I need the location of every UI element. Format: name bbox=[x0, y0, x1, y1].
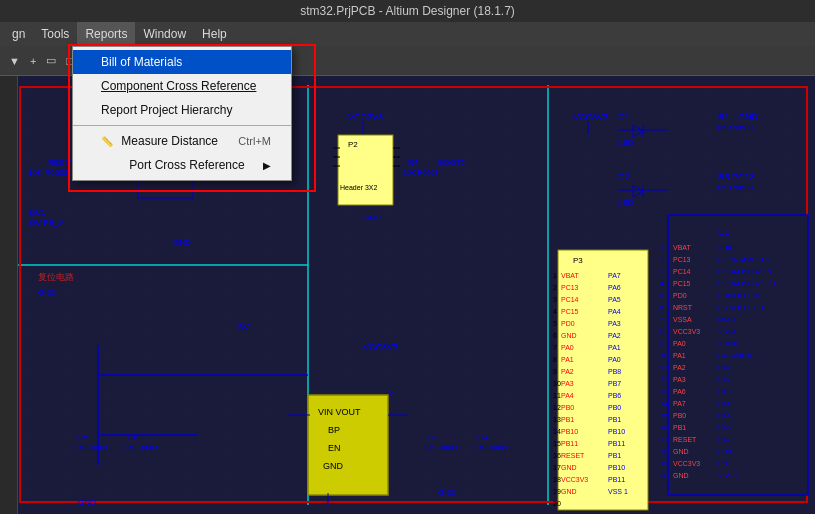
title-bar: stm32.PrjPCB - Altium Designer (18.1.7) bbox=[0, 0, 815, 22]
svg-text:VBAT: VBAT bbox=[673, 244, 691, 251]
svg-text:3: 3 bbox=[553, 296, 557, 303]
svg-text:PD0: PD0 bbox=[561, 320, 575, 327]
svg-text:18: 18 bbox=[660, 448, 668, 455]
svg-text:PA6: PA6 bbox=[718, 424, 731, 431]
svg-text:VCC3V3: VCC3V3 bbox=[673, 328, 700, 335]
menu-item-reports[interactable]: Reports bbox=[77, 22, 135, 46]
svg-text:PA3: PA3 bbox=[561, 380, 574, 387]
svg-text:GND: GND bbox=[673, 448, 689, 455]
toolbar-filter-icon[interactable]: ▼ bbox=[4, 53, 25, 69]
toolbar-plus-icon[interactable]: + bbox=[25, 53, 41, 69]
svg-text:PA2: PA2 bbox=[608, 332, 621, 339]
left-panel bbox=[0, 76, 18, 514]
svg-text:Header 3X2: Header 3X2 bbox=[340, 184, 377, 191]
svg-text:NRST: NRST bbox=[718, 316, 738, 323]
svg-text:PC13: PC13 bbox=[673, 256, 691, 263]
svg-text:PB1: PB1 bbox=[608, 452, 621, 459]
dropdown-item-measure[interactable]: 📏 Measure Distance Ctrl+M bbox=[73, 129, 291, 153]
svg-text:1: 1 bbox=[660, 244, 664, 251]
svg-text:VDDA: VDDA bbox=[718, 340, 738, 347]
svg-text:PB10: PB10 bbox=[561, 428, 578, 435]
svg-text:VSS 1: VSS 1 bbox=[608, 488, 628, 495]
dropdown-item-portcross[interactable]: Port Cross Reference ▶ bbox=[73, 153, 291, 177]
svg-text:PA4: PA4 bbox=[561, 392, 574, 399]
svg-text:19: 19 bbox=[660, 460, 668, 467]
svg-text:SW-PB_V: SW-PB_V bbox=[28, 218, 65, 227]
svg-text:C5: C5 bbox=[78, 433, 89, 442]
svg-text:GND: GND bbox=[561, 488, 577, 495]
svg-text:PD1-OSC_OUT: PD1-OSC_OUT bbox=[718, 304, 769, 312]
svg-text:P3: P3 bbox=[573, 256, 583, 265]
svg-text:GND: GND bbox=[363, 213, 381, 222]
svg-text:20: 20 bbox=[553, 500, 561, 507]
measure-icon: 📏 bbox=[101, 136, 121, 147]
svg-text:12: 12 bbox=[660, 376, 668, 383]
menu-label-window: Window bbox=[143, 27, 186, 41]
svg-text:PA1: PA1 bbox=[561, 356, 574, 363]
svg-text:PA2: PA2 bbox=[718, 376, 731, 383]
svg-text:14: 14 bbox=[553, 428, 561, 435]
svg-text:6: 6 bbox=[553, 332, 557, 339]
svg-text:PA4: PA4 bbox=[608, 308, 621, 315]
svg-text:EN: EN bbox=[328, 443, 341, 453]
svg-text:PC14-OSC32_IN: PC14-OSC32_IN bbox=[718, 268, 772, 276]
svg-text:7: 7 bbox=[660, 316, 664, 323]
svg-text:13: 13 bbox=[660, 388, 668, 395]
svg-text:16: 16 bbox=[553, 452, 561, 459]
dropdown-item-rph[interactable]: Report Project Hierarchy bbox=[73, 98, 291, 122]
dropdown-separator-1 bbox=[73, 125, 291, 126]
svg-text:5: 5 bbox=[553, 320, 557, 327]
svg-text:14: 14 bbox=[660, 400, 668, 407]
menu-item-help[interactable]: Help bbox=[194, 22, 235, 46]
svg-text:PB11: PB11 bbox=[608, 476, 625, 483]
svg-text:RESET: RESET bbox=[561, 452, 585, 459]
svg-text:GND: GND bbox=[561, 464, 577, 471]
menu-label-reports: Reports bbox=[85, 27, 127, 41]
svg-text:R5     PC13: R5 PC13 bbox=[718, 172, 755, 182]
svg-text:20: 20 bbox=[660, 472, 668, 479]
dropdown-item-bom[interactable]: Bill of Materials bbox=[73, 50, 291, 74]
dropdown-label-bom: Bill of Materials bbox=[101, 55, 182, 69]
svg-text:5: 5 bbox=[660, 292, 664, 299]
svg-text:2: 2 bbox=[553, 284, 557, 291]
svg-text:17: 17 bbox=[660, 436, 668, 443]
menu-item-gn[interactable]: gn bbox=[4, 22, 33, 46]
svg-text:19: 19 bbox=[553, 488, 561, 495]
menu-item-tools[interactable]: Tools bbox=[33, 22, 77, 46]
svg-text:11: 11 bbox=[660, 364, 668, 371]
svg-text:RESET: RESET bbox=[48, 158, 75, 167]
svg-text:D2: D2 bbox=[618, 172, 630, 182]
svg-text:PA3: PA3 bbox=[673, 376, 686, 383]
dropdown-label-measure: Measure Distance bbox=[121, 134, 218, 148]
svg-text:5: 5 bbox=[388, 387, 393, 397]
svg-text:D1: D1 bbox=[618, 112, 630, 122]
svg-text:PA5: PA5 bbox=[718, 412, 731, 419]
menu-item-window[interactable]: Window bbox=[135, 22, 194, 46]
svg-text:PA3: PA3 bbox=[608, 320, 621, 327]
svg-text:PA7: PA7 bbox=[608, 272, 621, 279]
svg-text:RESET: RESET bbox=[673, 436, 697, 443]
svg-text:VIN VOUT: VIN VOUT bbox=[318, 407, 361, 417]
svg-text:4: 4 bbox=[660, 280, 664, 287]
svg-text:PA4: PA4 bbox=[718, 400, 731, 407]
dropdown-label-portcross: Port Cross Reference bbox=[129, 158, 244, 172]
portcross-submenu-arrow: ▶ bbox=[263, 160, 271, 171]
svg-text:VCC3V3: VCC3V3 bbox=[673, 460, 700, 467]
svg-text:9: 9 bbox=[553, 368, 557, 375]
svg-text:PA0-WKUP: PA0-WKUP bbox=[718, 352, 754, 359]
svg-text:GND: GND bbox=[673, 472, 689, 479]
toolbar-rect-icon[interactable]: ▭ bbox=[41, 52, 61, 69]
svg-text:GND: GND bbox=[323, 461, 344, 471]
svg-text:105 C0603: 105 C0603 bbox=[473, 444, 507, 451]
svg-text:PA0: PA0 bbox=[561, 344, 574, 351]
svg-text:PB10: PB10 bbox=[608, 428, 625, 435]
svg-text:VSSA: VSSA bbox=[673, 316, 692, 323]
svg-text:VBAT: VBAT bbox=[718, 244, 736, 251]
dropdown-item-ccr[interactable]: Component Cross Reference bbox=[73, 74, 291, 98]
svg-text:SW1: SW1 bbox=[28, 208, 46, 217]
svg-text:PC14: PC14 bbox=[561, 296, 579, 303]
svg-text:BP: BP bbox=[328, 425, 340, 435]
svg-text:GND: GND bbox=[438, 488, 456, 497]
svg-text:PB6: PB6 bbox=[608, 392, 621, 399]
svg-text:BOOT1: BOOT1 bbox=[438, 158, 466, 167]
